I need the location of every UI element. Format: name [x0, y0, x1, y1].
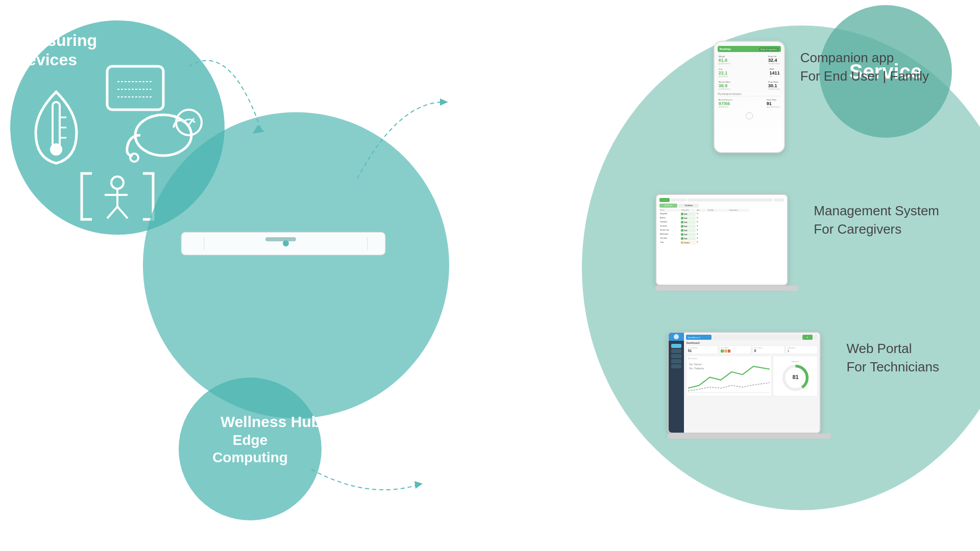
- portal-sidebar: [669, 333, 684, 433]
- thermometer-drop-icon: [36, 92, 77, 163]
- scale-icon: [107, 66, 163, 110]
- companion-app-inner: Readings Body Composition Weight 61.6 kg…: [715, 42, 784, 152]
- svg-point-23: [283, 240, 289, 246]
- svg-line-19: [117, 207, 128, 218]
- portal-screenshot: HealthBoxx S ▶ Dashboard List of patient…: [668, 332, 821, 434]
- motion-sensor-icon: [82, 173, 153, 219]
- svg-point-8: [50, 143, 62, 156]
- companion-app-label: Companion app For End User | Family: [800, 41, 929, 86]
- app-weight-row: Weight 61.6 kg 03/2019 01:42 Body Fat 32…: [718, 54, 781, 66]
- app-unit-row: Unit 22.1 kg/m 03/2019 BMR 1411 LPS: [718, 67, 781, 79]
- edge-computing-circle: Edge Computing: [179, 378, 322, 520]
- svg-rect-22: [265, 237, 296, 241]
- svg-point-13: [176, 110, 202, 135]
- laptop-base: [655, 286, 798, 291]
- svg-line-18: [107, 207, 117, 218]
- hub-device-svg: [179, 224, 393, 265]
- management-screenshot: All Patients Top Notices Name Falling Ri…: [655, 194, 788, 286]
- companion-app-section: Readings Body Composition Weight 61.6 kg…: [714, 41, 929, 153]
- app-physiological-title: Physiological Indicators: [718, 93, 781, 96]
- portal-label: Web Portal For Technicians: [846, 332, 939, 377]
- diagram-container: Measuring Devices Wellness Hub Edge Comp…: [0, 0, 980, 551]
- companion-app-screenshot-wrapper: Readings Body Composition Weight 61.6 kg…: [714, 41, 785, 153]
- app-header-bar: Readings Body Composition: [718, 46, 781, 52]
- measuring-devices-label: Measuring Devices: [15, 31, 97, 70]
- svg-rect-3: [107, 66, 163, 110]
- companion-app-title: Companion app For End User | Family: [800, 48, 929, 86]
- svg-text:81: 81: [792, 374, 798, 380]
- management-system-section: All Patients Top Notices Name Falling Ri…: [655, 194, 939, 291]
- portal-laptop-wrapper: HealthBoxx S ▶ Dashboard List of patient…: [668, 332, 831, 439]
- wellness-hub-label: Wellness Hub: [199, 413, 342, 431]
- portal-main-content: HealthBoxx S ▶ Dashboard List of patient…: [684, 333, 820, 433]
- hub-device: [179, 224, 383, 265]
- edge-computing-label: Edge Computing: [212, 432, 288, 466]
- companion-app-screenshot: Readings Body Composition Weight 61.6 kg…: [714, 41, 785, 153]
- portal-title: Web Portal For Technicians: [846, 339, 939, 377]
- app-bp-row: Blood Pressure 97/66 03/2019 01:44 Heart…: [718, 97, 781, 109]
- portal-inner: HealthBoxx S ▶ Dashboard List of patient…: [669, 333, 820, 433]
- web-portal-section: HealthBoxx S ▶ Dashboard List of patient…: [668, 332, 939, 439]
- svg-marker-2: [414, 481, 423, 489]
- management-laptop-wrapper: All Patients Top Notices Name Falling Ri…: [655, 194, 798, 291]
- svg-text:No. Alerts/: No. Alerts/: [690, 363, 702, 366]
- svg-marker-1: [440, 98, 448, 106]
- svg-point-14: [130, 154, 138, 162]
- svg-rect-7: [53, 102, 60, 148]
- portal-laptop-base: [668, 434, 831, 439]
- management-inner: All Patients Top Notices Name Falling Ri…: [656, 195, 787, 285]
- management-label: Management System For Caregivers: [814, 194, 939, 239]
- svg-point-15: [111, 177, 124, 189]
- svg-text:No. Patients: No. Patients: [690, 367, 704, 370]
- management-title: Management System For Caregivers: [814, 202, 939, 239]
- app-muscle-row: Muscle Mass 38.9 kg 03/2019 01:42 Body W…: [718, 80, 781, 91]
